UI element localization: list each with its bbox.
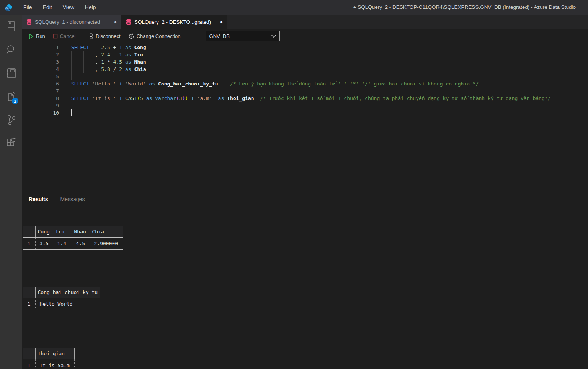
toolbar-separator [83, 33, 83, 40]
database-icon [126, 19, 131, 25]
line-number: 2 [22, 51, 59, 58]
extensions-icon[interactable] [0, 131, 22, 155]
chevron-down-icon [271, 34, 276, 38]
results-grid-area: CongTruNhanChia13.51.44.52.900000Cong_ha… [23, 208, 588, 369]
grid-cell[interactable]: Hello World [35, 298, 100, 310]
code-text: SELECT 2.5 + 1 as Cong [71, 44, 146, 51]
tab-sqlquery-2[interactable]: SQLQuery_2 - DESKTO...grated) ● [121, 15, 227, 29]
menu-bar: FileEditViewHelp ● SQLQuery_2 - DESKTOP-… [0, 0, 588, 15]
column-header[interactable]: Tru [53, 226, 72, 237]
code-line[interactable]: 2 , 2.4 - 1 as Tru [22, 51, 588, 58]
row-number-header [23, 226, 35, 237]
change-connection-label: Change Connection [137, 33, 181, 39]
azure-data-studio-window: FileEditViewHelp ● SQLQuery_2 - DESKTOP-… [0, 0, 588, 369]
run-label: Run [36, 33, 45, 39]
unsaved-indicator[interactable]: ● [220, 20, 223, 24]
code-line[interactable]: 10 [22, 109, 588, 116]
results-panel-tabs: Results Messages [22, 192, 588, 208]
column-header[interactable]: Chia [90, 226, 122, 237]
code-text: , 2.4 - 1 as Tru [71, 51, 143, 58]
code-text: , 5.8 / 2 as Chia [71, 66, 146, 73]
tab-messages[interactable]: Messages [60, 196, 85, 208]
indent-guide [83, 51, 84, 73]
notebooks-icon[interactable] [0, 61, 22, 85]
menu-item-view[interactable]: View [57, 0, 80, 15]
column-header[interactable]: Thoi_gian [35, 348, 74, 359]
tab-label: SQLQuery_1 - disconnected [35, 19, 100, 25]
grid-cell[interactable]: 1.4 [53, 237, 72, 249]
result-grid: CongTruNhanChia13.51.44.52.900000 [23, 226, 123, 250]
run-button[interactable]: Run [29, 33, 45, 39]
grid-cell[interactable]: It is 5a.m [35, 359, 74, 369]
line-number: 5 [22, 73, 59, 80]
editor-group: SQLQuery_1 - disconnected ● SQLQuery_2 -… [22, 15, 588, 369]
code-text: , 1 * 4.5 as Nhan [71, 58, 146, 66]
database-dropdown[interactable]: GNV_DB [206, 31, 280, 41]
tab-label: SQLQuery_2 - DESKTO...grated) [134, 19, 211, 25]
grid-cell[interactable]: 3.5 [35, 237, 53, 249]
column-header[interactable]: Cong [35, 226, 53, 237]
row-number[interactable]: 1 [23, 359, 35, 369]
line-number: 3 [22, 58, 59, 66]
cancel-button[interactable]: Cancel [53, 33, 75, 39]
grid-cell[interactable]: 4.5 [72, 237, 90, 249]
line-number: 8 [22, 95, 59, 102]
menu-item-file[interactable]: File [18, 0, 38, 15]
row-number[interactable]: 1 [23, 298, 35, 310]
cancel-label: Cancel [60, 33, 75, 39]
source-control-icon[interactable] [0, 108, 22, 131]
explorer-icon[interactable]: 2 [0, 85, 22, 108]
row-number-header [23, 348, 35, 359]
tab-sqlquery-1[interactable]: SQLQuery_1 - disconnected ● [22, 15, 121, 29]
line-number: 9 [22, 102, 59, 109]
unsaved-indicator[interactable]: ● [114, 20, 117, 24]
tab-results[interactable]: Results [29, 196, 48, 208]
query-toolbar: Run Cancel Disconnect [22, 29, 588, 43]
change-connection-button[interactable]: Change Connection [128, 33, 181, 39]
code-line[interactable]: 8SELECT 'It is ' + CAST(5 as varchar(3))… [22, 95, 588, 102]
code-lines: 1SELECT 2.5 + 1 as Cong2 , 2.4 - 1 as Tr… [22, 44, 588, 116]
line-number: 6 [22, 80, 59, 87]
menu-items: FileEditViewHelp [18, 0, 101, 15]
search-icon[interactable] [0, 38, 22, 61]
code-editor[interactable]: 1SELECT 2.5 + 1 as Cong2 , 2.4 - 1 as Tr… [22, 43, 588, 192]
text-cursor [71, 109, 72, 116]
line-number: 1 [22, 44, 59, 51]
code-line[interactable]: 4 , 5.8 / 2 as Chia [22, 66, 588, 73]
grid-cell[interactable]: 2.900000 [90, 237, 122, 249]
code-line[interactable]: 5 [22, 73, 588, 80]
database-dropdown-value: GNV_DB [209, 33, 230, 39]
row-number-header [23, 287, 35, 298]
tab-bar: SQLQuery_1 - disconnected ● SQLQuery_2 -… [22, 15, 588, 29]
activity-bar: 2 [0, 15, 22, 369]
database-icon [26, 19, 32, 25]
results-panel: Results Messages CongTruNhanChia13.51.44… [22, 192, 588, 369]
code-line[interactable]: 6SELECT 'Hello ' + 'World' as Cong_hai_c… [22, 80, 588, 87]
column-header[interactable]: Cong_hai_chuoi_ky_tu [35, 287, 100, 298]
code-line[interactable]: 1SELECT 2.5 + 1 as Cong [22, 44, 588, 51]
line-number: 10 [22, 109, 59, 116]
line-number: 7 [22, 87, 59, 95]
menu-item-edit[interactable]: Edit [38, 0, 57, 15]
indent-guide [71, 51, 72, 80]
code-line[interactable]: 3 , 1 * 4.5 as Nhan [22, 58, 588, 66]
disconnect-button[interactable]: Disconnect [89, 33, 120, 39]
menu-item-help[interactable]: Help [80, 0, 101, 15]
result-grid: Thoi_gian1It is 5a.m [23, 348, 75, 369]
code-line[interactable]: 9 [22, 102, 588, 109]
open-editors-badge: 2 [12, 98, 18, 104]
code-text: SELECT 'Hello ' + 'World' as Cong_hai_ch… [71, 80, 479, 87]
connections-icon[interactable] [0, 15, 22, 38]
row-number[interactable]: 1 [23, 237, 35, 249]
result-grid: Cong_hai_chuoi_ky_tu1Hello World [23, 287, 100, 310]
line-number: 4 [22, 66, 59, 73]
code-line[interactable]: 7 [22, 87, 588, 95]
disconnect-label: Disconnect [96, 33, 120, 39]
app-logo-icon [3, 2, 13, 12]
window-title: ● SQLQuery_2 - DESKTOP-C11QQR4\SQLEXPRES… [353, 0, 576, 15]
column-header[interactable]: Nhan [72, 226, 90, 237]
code-text: SELECT 'It is ' + CAST(5 as varchar(3)) … [71, 95, 550, 102]
